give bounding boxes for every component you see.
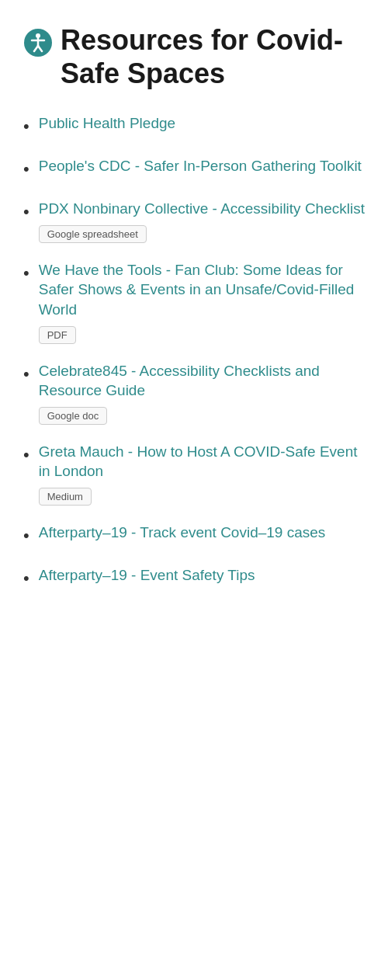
bullet-icon: • (23, 363, 29, 387)
resource-link-4[interactable]: We Have the Tools - Fan Club: Some Ideas… (39, 260, 365, 320)
resource-link-5[interactable]: Celebrate845 - Accessibility Checklists … (39, 361, 365, 401)
resource-link-8[interactable]: Afterparty–19 - Event Safety Tips (39, 565, 255, 586)
bullet-icon: • (23, 524, 29, 548)
list-item: •Greta Mauch - How to Host A COVID-Safe … (23, 442, 365, 506)
resource-list: •Public Health Pledge•People's CDC - Saf… (23, 113, 365, 590)
item-content: We Have the Tools - Fan Club: Some Ideas… (39, 260, 365, 344)
accessibility-icon (23, 28, 53, 57)
resource-badge-3[interactable]: Google spreadsheet (39, 225, 147, 243)
item-content: PDX Nonbinary Collective - Accessibility… (39, 199, 365, 243)
resource-link-6[interactable]: Greta Mauch - How to Host A COVID-Safe E… (39, 442, 365, 481)
resource-link-3[interactable]: PDX Nonbinary Collective - Accessibility… (39, 199, 365, 219)
list-item: •Afterparty–19 - Event Safety Tips (23, 565, 365, 591)
item-content: Afterparty–19 - Track event Covid–19 cas… (39, 523, 326, 543)
resource-link-2[interactable]: People's CDC - Safer In-Person Gathering… (39, 156, 362, 176)
page-title: Resources for Covid-Safe Spaces (61, 23, 365, 90)
list-item: •People's CDC - Safer In-Person Gatherin… (23, 156, 365, 182)
bullet-icon: • (23, 200, 29, 224)
page-header: Resources for Covid-Safe Spaces (23, 23, 365, 90)
bullet-icon: • (23, 262, 29, 286)
bullet-icon: • (23, 567, 29, 591)
item-content: Greta Mauch - How to Host A COVID-Safe E… (39, 442, 365, 506)
item-content: Afterparty–19 - Event Safety Tips (39, 565, 255, 586)
resource-badge-6[interactable]: Medium (39, 488, 92, 506)
resource-link-7[interactable]: Afterparty–19 - Track event Covid–19 cas… (39, 523, 326, 543)
bullet-icon: • (23, 443, 29, 467)
item-content: Celebrate845 - Accessibility Checklists … (39, 361, 365, 425)
bullet-icon: • (23, 115, 29, 139)
resource-link-1[interactable]: Public Health Pledge (39, 113, 175, 134)
list-item: •Celebrate845 - Accessibility Checklists… (23, 361, 365, 425)
item-content: People's CDC - Safer In-Person Gathering… (39, 156, 362, 176)
bullet-icon: • (23, 158, 29, 182)
list-item: •Afterparty–19 - Track event Covid–19 ca… (23, 523, 365, 548)
item-content: Public Health Pledge (39, 113, 175, 134)
resource-badge-5[interactable]: Google doc (39, 407, 108, 425)
list-item: •PDX Nonbinary Collective - Accessibilit… (23, 199, 365, 243)
list-item: •Public Health Pledge (23, 113, 365, 139)
list-item: •We Have the Tools - Fan Club: Some Idea… (23, 260, 365, 344)
resource-badge-4[interactable]: PDF (39, 326, 76, 344)
